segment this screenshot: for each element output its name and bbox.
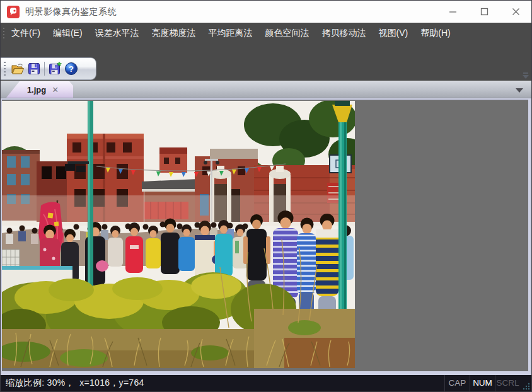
folder-open-icon [10,61,25,76]
tabbar: 1.jpg ✕ [1,81,531,98]
tab-label: 1.jpg [21,85,46,95]
tab-close-icon[interactable]: ✕ [52,86,59,94]
save-icon [26,61,42,76]
zoom-and-coords-text: 缩放比例: 30%， x=1016，y=764 [1,378,144,389]
toolbar-overflow-button[interactable] [523,72,529,79]
toolbar: ? [1,57,96,80]
menu-error-level[interactable]: 误差水平法 [89,23,146,43]
help-button[interactable]: ? [63,61,79,77]
titlebar: 明景影像真伪鉴定系统 [1,1,531,23]
toolbar-separator [44,62,45,76]
menu-copy-move[interactable]: 拷贝移动法 [316,23,373,43]
close-button[interactable] [500,1,531,23]
toolbar-dock: ? [1,43,531,81]
app-window: 明景影像真伪鉴定系统 文件(F) 编辑(E) 误差水平法 亮度梯度法 平均距离法… [0,0,532,392]
caps-lock-indicator: CAP [444,375,470,391]
num-lock-indicator: NUM [470,375,495,391]
save-as-icon [47,61,62,76]
menu-luminance-gradient[interactable]: 亮度梯度法 [146,23,202,43]
photo-1jpg[interactable] [2,101,355,368]
minimize-button[interactable] [437,1,468,23]
svg-text:?: ? [69,64,74,74]
statusbar: 缩放比例: 30%， x=1016，y=764 CAP NUM SCRL [1,375,531,391]
maximize-button[interactable] [468,1,500,23]
menu-average-distance[interactable]: 平均距离法 [202,23,259,43]
image-canvas [2,100,528,371]
save-as-button[interactable] [47,61,63,77]
tab-1jpg[interactable]: 1.jpg ✕ [6,81,73,98]
app-logo-icon [7,6,20,18]
help-icon: ? [64,61,79,76]
menu-color-space[interactable]: 颜色空间法 [259,23,316,43]
keyboard-indicators: CAP NUM SCRL [444,375,531,391]
tab-list-dropdown-icon[interactable] [516,88,523,93]
toolbar-grip[interactable] [4,62,6,76]
client-frame [1,98,531,375]
photo-content [2,101,355,368]
menu-view[interactable]: 视图(V) [373,23,415,43]
open-file-button[interactable] [9,61,26,77]
menu-help[interactable]: 帮助(H) [414,23,456,43]
menu-file[interactable]: 文件(F) [5,23,47,43]
window-controls [437,1,531,23]
menubar: 文件(F) 编辑(E) 误差水平法 亮度梯度法 平均距离法 颜色空间法 拷贝移动… [1,23,531,43]
resize-grip[interactable] [520,375,531,391]
menu-edit[interactable]: 编辑(E) [47,23,89,43]
scroll-lock-indicator: SCRL [495,375,520,391]
save-button[interactable] [26,61,42,77]
window-title: 明景影像真伪鉴定系统 [25,6,117,18]
